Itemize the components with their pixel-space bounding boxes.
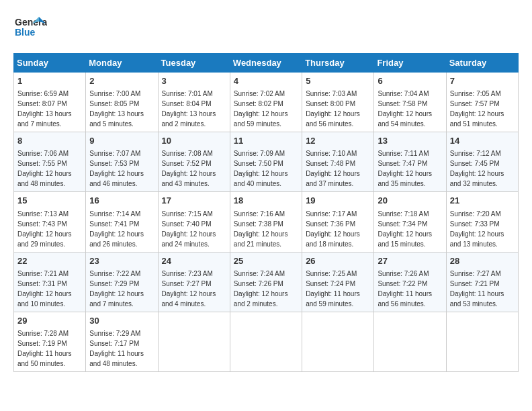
- day-17: 17Sunrise: 7:15 AMSunset: 7:40 PMDayligh…: [158, 192, 230, 252]
- day-30: 30Sunrise: 7:29 AMSunset: 7:17 PMDayligh…: [86, 312, 158, 371]
- day-22: 22Sunrise: 7:21 AMSunset: 7:31 PMDayligh…: [14, 252, 86, 312]
- day-24: 24Sunrise: 7:23 AMSunset: 7:27 PMDayligh…: [158, 252, 230, 312]
- day-15: 15Sunrise: 7:13 AMSunset: 7:43 PMDayligh…: [14, 192, 86, 252]
- day-2: 2Sunrise: 7:00 AMSunset: 8:05 PMDaylight…: [86, 73, 158, 132]
- day-14: 14Sunrise: 7:12 AMSunset: 7:45 PMDayligh…: [446, 132, 518, 192]
- header-tuesday: Tuesday: [158, 54, 230, 73]
- day-empty: [374, 312, 446, 371]
- day-25: 25Sunrise: 7:24 AMSunset: 7:26 PMDayligh…: [230, 252, 302, 312]
- calendar-table: SundayMondayTuesdayWednesdayThursdayFrid…: [13, 53, 519, 372]
- day-4: 4Sunrise: 7:02 AMSunset: 8:02 PMDaylight…: [230, 73, 302, 132]
- day-1: 1Sunrise: 6:59 AMSunset: 8:07 PMDaylight…: [14, 73, 86, 132]
- day-3: 3Sunrise: 7:01 AMSunset: 8:04 PMDaylight…: [158, 73, 230, 132]
- header-friday: Friday: [374, 54, 446, 73]
- day-21: 21Sunrise: 7:20 AMSunset: 7:33 PMDayligh…: [446, 192, 518, 252]
- header-sunday: Sunday: [14, 54, 86, 73]
- day-empty: [302, 312, 374, 371]
- day-20: 20Sunrise: 7:18 AMSunset: 7:34 PMDayligh…: [374, 192, 446, 252]
- day-7: 7Sunrise: 7:05 AMSunset: 7:57 PMDaylight…: [446, 73, 518, 132]
- day-empty: [446, 312, 518, 371]
- day-13: 13Sunrise: 7:11 AMSunset: 7:47 PMDayligh…: [374, 132, 446, 192]
- day-23: 23Sunrise: 7:22 AMSunset: 7:29 PMDayligh…: [86, 252, 158, 312]
- header-monday: Monday: [86, 54, 158, 73]
- day-16: 16Sunrise: 7:14 AMSunset: 7:41 PMDayligh…: [86, 192, 158, 252]
- day-12: 12Sunrise: 7:10 AMSunset: 7:48 PMDayligh…: [302, 132, 374, 192]
- logo: General Blue: [13, 13, 47, 46]
- day-26: 26Sunrise: 7:25 AMSunset: 7:24 PMDayligh…: [302, 252, 374, 312]
- day-10: 10Sunrise: 7:08 AMSunset: 7:52 PMDayligh…: [158, 132, 230, 192]
- header-wednesday: Wednesday: [230, 54, 302, 73]
- day-empty: [230, 312, 302, 371]
- day-28: 28Sunrise: 7:27 AMSunset: 7:21 PMDayligh…: [446, 252, 518, 312]
- day-11: 11Sunrise: 7:09 AMSunset: 7:50 PMDayligh…: [230, 132, 302, 192]
- day-29: 29Sunrise: 7:28 AMSunset: 7:19 PMDayligh…: [14, 312, 86, 371]
- day-18: 18Sunrise: 7:16 AMSunset: 7:38 PMDayligh…: [230, 192, 302, 252]
- svg-text:Blue: Blue: [15, 27, 36, 38]
- day-empty: [158, 312, 230, 371]
- day-9: 9Sunrise: 7:07 AMSunset: 7:53 PMDaylight…: [86, 132, 158, 192]
- page-header: General Blue: [13, 13, 519, 46]
- header-saturday: Saturday: [446, 54, 518, 73]
- day-5: 5Sunrise: 7:03 AMSunset: 8:00 PMDaylight…: [302, 73, 374, 132]
- day-6: 6Sunrise: 7:04 AMSunset: 7:58 PMDaylight…: [374, 73, 446, 132]
- day-8: 8Sunrise: 7:06 AMSunset: 7:55 PMDaylight…: [14, 132, 86, 192]
- day-27: 27Sunrise: 7:26 AMSunset: 7:22 PMDayligh…: [374, 252, 446, 312]
- logo-icon: General Blue: [13, 13, 47, 44]
- header-thursday: Thursday: [302, 54, 374, 73]
- day-19: 19Sunrise: 7:17 AMSunset: 7:36 PMDayligh…: [302, 192, 374, 252]
- calendar-header-row: SundayMondayTuesdayWednesdayThursdayFrid…: [14, 54, 519, 73]
